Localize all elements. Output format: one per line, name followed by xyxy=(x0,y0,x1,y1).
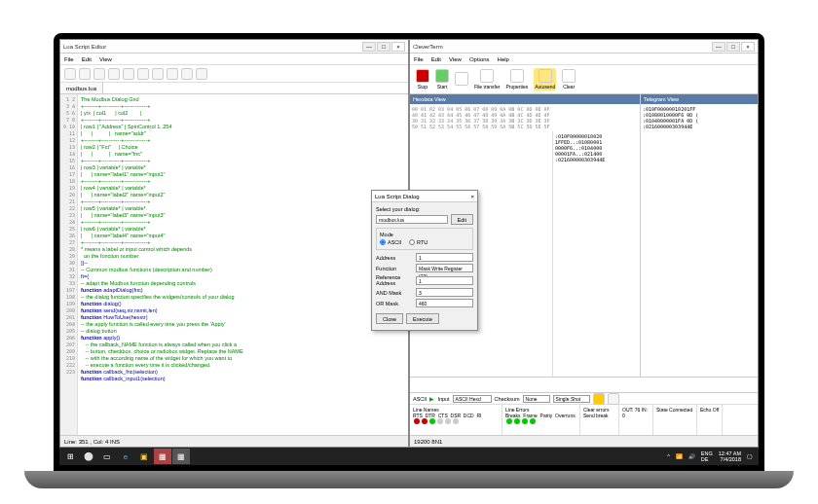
properties-button[interactable]: Properties xyxy=(505,69,528,90)
maximize-button[interactable]: □ xyxy=(377,42,390,52)
status-table: Line Names RTS DTR CTS DSR DCD RI Line E… xyxy=(410,405,758,435)
hex-header: Hexdata View xyxy=(410,94,640,104)
app-icon-2[interactable]: ▦ xyxy=(172,449,190,464)
laptop-frame: Lua Script Editor — □ × FileEditView mod… xyxy=(54,33,764,471)
copy-icon[interactable] xyxy=(152,68,164,80)
tray-chevron-icon[interactable]: ^ xyxy=(667,453,670,459)
editor-titlebar: Lua Script Editor — □ × xyxy=(60,40,408,54)
clear-button[interactable]: Clear xyxy=(562,69,576,90)
code-editor[interactable]: 1 2 3 4 5 6 7 8 9 10 11 12 13 14 15 16 1… xyxy=(60,94,408,435)
line-errors: Line Errors Breaks Frame Parity Overruns xyxy=(502,405,580,435)
tool-button[interactable] xyxy=(455,72,468,87)
start-button[interactable]: Start xyxy=(435,69,449,90)
menu-help[interactable]: Help xyxy=(498,56,509,62)
new-icon[interactable] xyxy=(64,68,76,80)
edit-button[interactable]: Edit xyxy=(451,214,473,225)
file-transfer-button[interactable]: File transfer xyxy=(474,69,500,90)
mode-fieldset: Mode ASCII RTU xyxy=(376,228,473,250)
maximize-button[interactable]: □ xyxy=(726,42,740,52)
execute-button[interactable]: Execute xyxy=(406,313,439,324)
menu-edit[interactable]: Edit xyxy=(431,56,441,62)
term-menubar: FileEditViewOptionsHelp xyxy=(410,54,758,65)
undo-icon[interactable] xyxy=(108,68,120,80)
laptop-base xyxy=(24,471,794,488)
editor-tabs: modbus.lua xyxy=(60,83,408,94)
save-icon[interactable] xyxy=(93,68,105,80)
or-mask-label: OR Mask xyxy=(376,301,413,306)
hex-select[interactable]: ASCII Hexd xyxy=(453,395,492,403)
autosend-button[interactable]: Autosend xyxy=(534,68,556,90)
lang-indicator[interactable]: ENG DE xyxy=(701,450,713,462)
close-button[interactable]: × xyxy=(741,42,755,52)
menu-edit[interactable]: Edit xyxy=(82,56,92,62)
minimize-button[interactable]: — xyxy=(362,42,376,52)
rtu-radio[interactable]: RTU xyxy=(409,239,428,245)
dialog-file-select[interactable]: modbus.lua xyxy=(376,215,448,224)
select-dialog-label: Select your dialog: xyxy=(376,206,473,212)
telegram-pane: Telegram View :010F00000010201FF :010800… xyxy=(641,94,758,377)
mode-label: ASCII xyxy=(413,396,427,402)
stop-button[interactable]: Stop xyxy=(416,69,429,90)
editor-menubar: FileEditView xyxy=(60,54,408,65)
term-toolbar: StopStartFile transferPropertiesAutosend… xyxy=(410,65,758,94)
file-tab[interactable]: modbus.lua xyxy=(60,83,103,93)
term-titlebar: CleverTerm — □ × xyxy=(410,40,758,54)
find-icon[interactable] xyxy=(181,68,193,80)
checksum-select[interactable]: None xyxy=(523,395,550,403)
tool-icon[interactable] xyxy=(608,393,619,405)
address-input[interactable]: 1 xyxy=(416,253,473,262)
flash-icon[interactable] xyxy=(593,393,605,405)
io-counts: OUT: 76 IN: 0 xyxy=(619,405,653,435)
menu-options[interactable]: Options xyxy=(469,56,490,62)
refresh-icon[interactable] xyxy=(196,68,207,80)
tele-header: Telegram View xyxy=(641,94,758,104)
line-gutter: 1 2 3 4 5 6 7 8 9 10 11 12 13 14 15 16 1… xyxy=(60,94,78,435)
or-mask-input[interactable]: 460 xyxy=(416,299,473,307)
clock[interactable]: 12:47 AM 7/4/2018 xyxy=(719,450,741,462)
app-icon-1[interactable]: ▦ xyxy=(154,449,171,464)
lua-editor-window: Lua Script Editor — □ × FileEditView mod… xyxy=(59,39,409,448)
and-mask-input[interactable]: 3 xyxy=(416,288,473,297)
hex-data[interactable]: 00 01 02 03 04 05 06 07 08 09 0A 0B 0C 0… xyxy=(410,104,640,131)
desktop: Lua Script Editor — □ × FileEditView mod… xyxy=(59,39,759,465)
explorer-icon[interactable]: ▣ xyxy=(135,449,153,464)
address-label: Address xyxy=(376,255,413,261)
volume-icon[interactable]: 🔊 xyxy=(688,453,695,459)
cut-icon[interactable] xyxy=(137,68,149,80)
code-area[interactable]: The Modbus Dialog Grid+--------+--------… xyxy=(78,94,408,435)
dialog-close-icon[interactable]: × xyxy=(470,191,474,201)
menu-view[interactable]: View xyxy=(449,56,462,62)
editor-toolbar xyxy=(60,65,408,83)
editor-title: Lua Script Editor xyxy=(63,44,106,50)
network-icon[interactable]: 📶 xyxy=(676,453,683,459)
notifications-icon[interactable]: ▢ xyxy=(747,453,753,459)
windows-taskbar: ⊞ ⚪ ▭ e ▣ ▦ ▦ ^ 📶 🔊 ENG DE 12:47 AM 7/4/… xyxy=(59,448,759,465)
redo-icon[interactable] xyxy=(123,68,134,80)
edge-icon[interactable]: e xyxy=(117,449,134,464)
close-button[interactable]: × xyxy=(391,42,405,52)
function-input[interactable]: Mask Write Register (22) xyxy=(416,264,473,272)
send-controls: ASCII ▶ Input ASCII Hexd Checksum None S… xyxy=(410,393,758,405)
function-label: Function xyxy=(376,266,413,271)
menu-file[interactable]: File xyxy=(64,56,74,62)
paste-icon[interactable] xyxy=(167,68,178,80)
lua-script-dialog: Lua Script Dialog × Select your dialog: … xyxy=(371,190,478,331)
tele-data-b[interactable]: :010F00000010201FF :01080010000F6 0D ( :… xyxy=(641,104,758,131)
state-col: State Connected xyxy=(653,405,697,435)
reference-address-input[interactable]: 1 xyxy=(416,276,473,285)
close-button[interactable]: Close xyxy=(376,313,403,324)
editor-statusbar: Line: 351 , Col: 4 INS xyxy=(60,435,408,447)
minimize-button[interactable]: — xyxy=(712,42,725,52)
shot-select[interactable]: Single Shot xyxy=(553,395,590,403)
start-icon[interactable]: ⊞ xyxy=(61,449,79,464)
taskview-icon[interactable]: ▭ xyxy=(98,449,116,464)
menu-file[interactable]: File xyxy=(414,56,424,62)
open-icon[interactable] xyxy=(79,68,91,80)
reference-address-label: Reference Address xyxy=(376,274,413,286)
term-title: CleverTerm xyxy=(413,44,443,50)
ascii-radio[interactable]: ASCII xyxy=(380,239,401,245)
menu-view[interactable]: View xyxy=(99,56,112,62)
bottom-panel: ASCII ▶ Input ASCII Hexd Checksum None S… xyxy=(410,377,758,435)
search-icon[interactable]: ⚪ xyxy=(80,449,97,464)
checksum-label: Checksum xyxy=(495,396,520,402)
